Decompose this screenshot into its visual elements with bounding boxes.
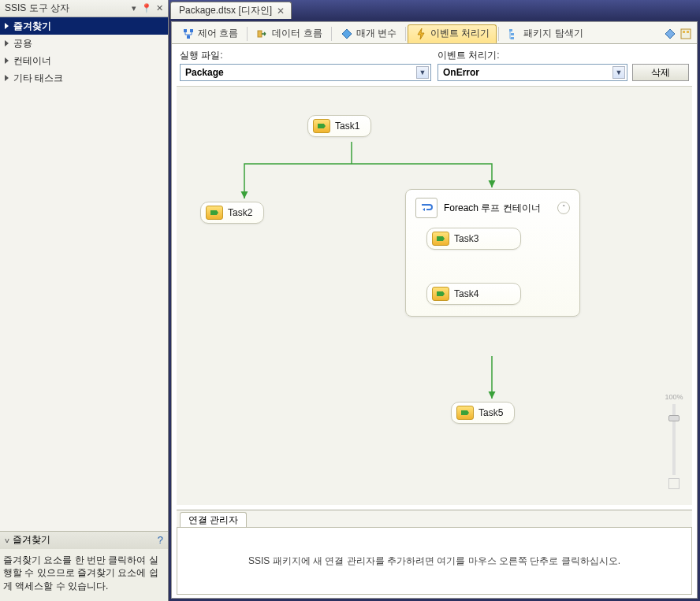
favorites-info-header: ⅴ 즐겨찾기 ? <box>0 532 168 549</box>
svg-rect-6 <box>511 33 514 35</box>
close-icon[interactable]: ✕ <box>277 6 285 17</box>
event-icon <box>415 28 427 40</box>
favorites-info-panel: ⅴ 즐겨찾기 ? 즐겨찾기 요소를 한 번만 클릭하여 실행할 수 있으므로 즐… <box>0 531 168 601</box>
document-tab-row: Package.dtsx [디자인] ✕ <box>169 0 700 19</box>
execsql-icon <box>432 287 449 301</box>
connection-manager-panel: 연결 관리자 SSIS 패키지에 새 연결 관리자를 추가하려면 여기를 마우스… <box>177 510 692 595</box>
connection-manager-body[interactable]: SSIS 패키지에 새 연결 관리자를 추가하려면 여기를 마우스 오른쪽 단추… <box>177 527 692 595</box>
category-label: 즐겨찾기 <box>13 20 51 33</box>
toolbox-toggle-icon[interactable] <box>662 26 678 42</box>
variables-icon[interactable] <box>678 26 694 42</box>
svg-rect-2 <box>187 35 190 39</box>
svg-rect-3 <box>258 31 262 37</box>
task-label: Task3 <box>454 233 478 244</box>
explorer-icon <box>508 28 520 40</box>
foreach-container[interactable]: Foreach 루프 컨테이너 ˄ Task3 Task4 <box>405 189 580 317</box>
category-label: 공용 <box>13 37 32 50</box>
close-icon[interactable]: ✕ <box>154 3 165 14</box>
foreach-icon <box>415 198 438 218</box>
zoom-percent: 100% <box>665 393 683 401</box>
delete-label: 삭제 <box>651 66 670 80</box>
favorites-info-text: 즐겨찾기 요소를 한 번만 클릭하여 실행할 수 있으므로 즐겨찾기 요소에 쉽… <box>0 549 168 601</box>
task-label: Task5 <box>478 407 503 418</box>
event-handler-selector-row: 실행 파일: Package ▼ 이벤트 처리기: OnError ▼ <box>172 44 697 83</box>
tab-label: 데이터 흐름 <box>272 27 322 40</box>
category-common[interactable]: 공용 <box>0 35 168 52</box>
task-label: Task2 <box>228 207 252 218</box>
toolbox-body: 즐겨찾기 공용 컨테이너 기타 태스크 <box>0 17 168 531</box>
designer-wrap: 제어 흐름 데이터 흐름 매개 변수 <box>169 19 700 601</box>
conn-tab-label: 연결 관리자 <box>188 514 238 527</box>
conn-hint: SSIS 패키지에 새 연결 관리자를 추가하려면 여기를 마우스 오른쪽 단추… <box>248 555 620 568</box>
zoom-fit-icon[interactable] <box>668 478 680 489</box>
document-tab[interactable]: Package.dtsx [디자인] ✕ <box>170 2 292 19</box>
zoom-thumb[interactable] <box>668 415 680 421</box>
chevron-down-icon[interactable]: ⅴ <box>5 536 9 544</box>
chevron-down-icon: ▼ <box>612 66 625 79</box>
execsql-icon <box>456 406 474 420</box>
toolbox-panel: SSIS 도구 상자 ▾ 📍 ✕ 즐겨찾기 공용 컨테이너 기타 <box>0 0 169 601</box>
task-node-task1[interactable]: Task1 <box>307 115 371 137</box>
handler-label: 이벤트 처리기: <box>438 49 689 62</box>
tab-event-handlers[interactable]: 이벤트 처리기 <box>408 24 497 43</box>
zoom-slider[interactable]: 100% <box>661 393 687 489</box>
category-label: 기타 태스크 <box>13 72 63 85</box>
tab-control-flow[interactable]: 제어 흐름 <box>175 24 245 43</box>
svg-rect-5 <box>509 29 512 32</box>
separator <box>498 27 499 41</box>
tab-package-explorer[interactable]: 패키지 탐색기 <box>501 24 590 43</box>
task-node-task3[interactable]: Task3 <box>426 228 521 250</box>
svg-rect-9 <box>681 29 691 39</box>
chevron-right-icon <box>5 58 9 64</box>
svg-marker-4 <box>342 29 352 39</box>
separator <box>331 27 332 41</box>
separator <box>405 27 406 41</box>
separator <box>247 27 248 41</box>
execsql-icon <box>432 232 449 246</box>
collapse-icon[interactable]: ˄ <box>557 202 570 214</box>
designer-inner: 제어 흐름 데이터 흐름 매개 변수 <box>171 21 698 599</box>
controlflow-icon <box>182 28 195 40</box>
executable-dropdown[interactable]: Package ▼ <box>180 64 431 81</box>
category-other-tasks[interactable]: 기타 태스크 <box>0 69 168 87</box>
task-label: Task4 <box>454 288 478 299</box>
task-node-task2[interactable]: Task2 <box>200 202 264 224</box>
execsql-icon <box>206 206 223 220</box>
chevron-down-icon: ▼ <box>416 66 429 79</box>
delete-button[interactable]: 삭제 <box>632 64 689 81</box>
dropdown-icon[interactable]: ▾ <box>128 3 140 14</box>
document-tab-label: Package.dtsx [디자인] <box>179 4 272 17</box>
executable-value: Package <box>185 67 224 78</box>
svg-rect-11 <box>687 31 689 33</box>
svg-rect-10 <box>683 31 685 33</box>
task-node-task5[interactable]: Task5 <box>451 402 515 424</box>
category-container[interactable]: 컨테이너 <box>0 52 168 69</box>
execsql-icon <box>313 119 330 133</box>
category-favorites[interactable]: 즐겨찾기 <box>0 17 168 35</box>
chevron-right-icon <box>5 40 9 46</box>
task-node-task4[interactable]: Task4 <box>426 283 521 305</box>
tab-label: 매개 변수 <box>356 27 397 40</box>
tab-label: 제어 흐름 <box>198 27 238 40</box>
chevron-right-icon <box>5 23 9 29</box>
handler-value: OnError <box>443 67 479 78</box>
handler-dropdown[interactable]: OnError ▼ <box>438 64 627 81</box>
tab-parameters[interactable]: 매개 변수 <box>333 24 404 43</box>
toolbox-titlebar: SSIS 도구 상자 ▾ 📍 ✕ <box>0 0 168 17</box>
ssis-designer-root: SSIS 도구 상자 ▾ 📍 ✕ 즐겨찾기 공용 컨테이너 기타 <box>0 0 700 601</box>
favorites-info-title: 즐겨찾기 <box>13 533 50 547</box>
design-canvas[interactable]: Task1 Task2 Foreach 루프 컨테이너 ˄ <box>177 86 692 505</box>
connection-manager-tab[interactable]: 연결 관리자 <box>180 512 247 528</box>
task-label: Task1 <box>335 121 359 132</box>
executable-label: 실행 파일: <box>180 49 431 62</box>
design-tab-strip: 제어 흐름 데이터 흐름 매개 변수 <box>172 22 697 44</box>
pin-icon[interactable]: 📍 <box>141 3 152 14</box>
svg-rect-7 <box>511 37 514 39</box>
tab-label: 패키지 탐색기 <box>523 27 583 40</box>
tab-label: 이벤트 처리기 <box>430 27 490 40</box>
tab-data-flow[interactable]: 데이터 흐름 <box>249 24 329 43</box>
chevron-right-icon <box>5 75 9 81</box>
help-icon[interactable]: ? <box>158 534 163 546</box>
foreach-title: Foreach 루프 컨테이너 <box>444 202 551 213</box>
zoom-track[interactable] <box>672 404 676 475</box>
